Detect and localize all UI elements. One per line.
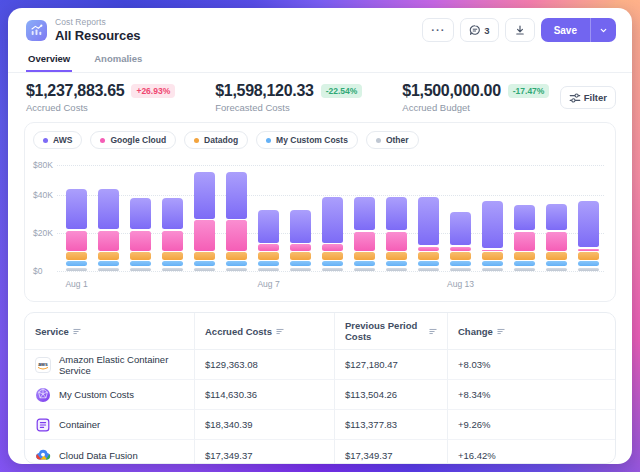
bar-segment-aws: [514, 205, 535, 230]
legend-chip-google-cloud[interactable]: Google Cloud: [90, 131, 176, 149]
column-header-service[interactable]: Service: [25, 313, 194, 350]
previous-period-costs-cell: $17,349.37: [334, 440, 447, 464]
legend-label: AWS: [53, 135, 72, 145]
legend-dot-icon: [43, 138, 48, 143]
tab-anomalies[interactable]: Anomalies: [92, 48, 144, 72]
column-header-label: Previous Period Costs: [345, 320, 425, 342]
more-button[interactable]: ···: [422, 18, 454, 42]
cloud-data-fusion-icon: [35, 447, 51, 463]
bar-segment-aws: [162, 198, 183, 229]
stat-accrued-budget: $1,500,000.00 -17.47% Accrued Budget: [402, 82, 549, 113]
stat-value: $1,598,120.33: [215, 82, 313, 100]
stat-label: Accrued Budget: [402, 102, 549, 113]
comments-button[interactable]: 3: [460, 18, 498, 42]
legend-dot-icon: [266, 138, 271, 143]
bar-segment-datadog: [418, 252, 439, 259]
bar-segment-aws: [130, 198, 151, 229]
table-row-service[interactable]: My Custom Costs: [25, 380, 194, 410]
table-row-service[interactable]: awsAmazon Elastic Container Service: [25, 350, 194, 380]
sort-icon: [429, 327, 437, 336]
bar-segment-datadog: [66, 252, 87, 259]
stat-label: Forecasted Costs: [215, 102, 362, 113]
legend-chip-datadog[interactable]: Datadog: [184, 131, 248, 149]
legend-chip-other[interactable]: Other: [366, 131, 419, 149]
bar-segment-google-cloud: [386, 232, 407, 252]
legend-chip-my-custom-costs[interactable]: My Custom Costs: [256, 131, 358, 149]
bar-segment-google-cloud: [450, 247, 471, 251]
accrued-costs-cell: $17,349.37: [194, 440, 334, 464]
bar-segment-aws: [482, 201, 503, 248]
bar-segment-other: [482, 268, 503, 271]
bar-segment-other: [578, 268, 599, 271]
bar-segment-my-custom-costs: [130, 261, 151, 266]
bar-aug-13[interactable]: [450, 153, 471, 271]
previous-period-costs-cell: $113,504.26: [334, 380, 447, 410]
bar-segment-aws: [226, 172, 247, 218]
change-cell: +16.42%: [447, 440, 615, 464]
bar-aug-17[interactable]: [578, 153, 599, 271]
bar-segment-other: [514, 268, 535, 271]
chevron-down-icon: [599, 21, 608, 39]
bar-segment-datadog: [194, 252, 215, 259]
bar-aug-2[interactable]: [98, 153, 119, 271]
bar-aug-1[interactable]: [66, 153, 87, 271]
bar-segment-google-cloud: [162, 231, 183, 251]
column-header-accrued-costs[interactable]: Accrued Costs: [194, 313, 334, 350]
comment-count: 3: [484, 25, 489, 36]
bar-aug-15[interactable]: [514, 153, 535, 271]
bar-aug-7[interactable]: [258, 153, 279, 271]
bar-aug-11[interactable]: [386, 153, 407, 271]
bar-segment-aws: [258, 210, 279, 243]
bar-segment-other: [194, 268, 215, 271]
bar-aug-16[interactable]: [546, 153, 567, 271]
y-axis-label: $0: [33, 266, 54, 276]
bar-aug-8[interactable]: [290, 153, 311, 271]
bar-aug-6[interactable]: [226, 153, 247, 271]
change-cell: +8.03%: [447, 350, 615, 380]
column-header-label: Accrued Costs: [205, 326, 272, 337]
bar-aug-9[interactable]: [322, 153, 343, 271]
bar-segment-aws: [98, 189, 119, 229]
bar-segment-other: [546, 268, 567, 271]
gridline: [57, 271, 604, 272]
legend-chip-aws[interactable]: AWS: [33, 131, 82, 149]
bar-segment-my-custom-costs: [546, 261, 567, 266]
bar-segment-aws: [546, 204, 567, 230]
column-header-change[interactable]: Change: [447, 313, 615, 350]
bar-aug-5[interactable]: [194, 153, 215, 271]
bar-segment-datadog: [354, 252, 375, 259]
bar-aug-14[interactable]: [482, 153, 503, 271]
bar-aug-12[interactable]: [418, 153, 439, 271]
aws-icon: aws: [35, 357, 51, 373]
bar-segment-datadog: [386, 252, 407, 259]
table-row-service[interactable]: Container: [25, 410, 194, 440]
bar-segment-other: [258, 268, 279, 271]
bar-segment-google-cloud: [514, 232, 535, 252]
column-header-label: Change: [458, 326, 493, 337]
bar-segment-google-cloud: [482, 250, 503, 251]
breadcrumb: Cost Reports: [55, 17, 140, 27]
bar-segment-other: [130, 268, 151, 271]
tab-overview[interactable]: Overview: [26, 48, 72, 72]
bar-segment-datadog: [482, 252, 503, 259]
bar-segment-google-cloud: [418, 247, 439, 251]
column-header-previous-period-costs[interactable]: Previous Period Costs: [334, 313, 447, 350]
bar-segment-google-cloud: [98, 231, 119, 251]
y-axis-label: $20K: [33, 228, 54, 238]
stat-value: $1,500,000.00: [402, 82, 500, 100]
save-menu-button[interactable]: [591, 18, 616, 42]
bar-segment-aws: [418, 197, 439, 245]
bar-aug-3[interactable]: [130, 153, 151, 271]
bar-aug-4[interactable]: [162, 153, 183, 271]
save-button[interactable]: Save: [541, 18, 590, 42]
sort-icon: [73, 327, 81, 336]
sort-icon: [276, 327, 284, 336]
bar-aug-10[interactable]: [354, 153, 375, 271]
bar-segment-aws: [354, 197, 375, 230]
legend-dot-icon: [376, 138, 381, 143]
download-button[interactable]: [505, 18, 535, 42]
table-row-service[interactable]: Cloud Data Fusion: [25, 440, 194, 464]
bar-segment-aws: [578, 201, 599, 247]
filter-button[interactable]: Filter: [560, 86, 616, 109]
bar-segment-my-custom-costs: [354, 261, 375, 266]
